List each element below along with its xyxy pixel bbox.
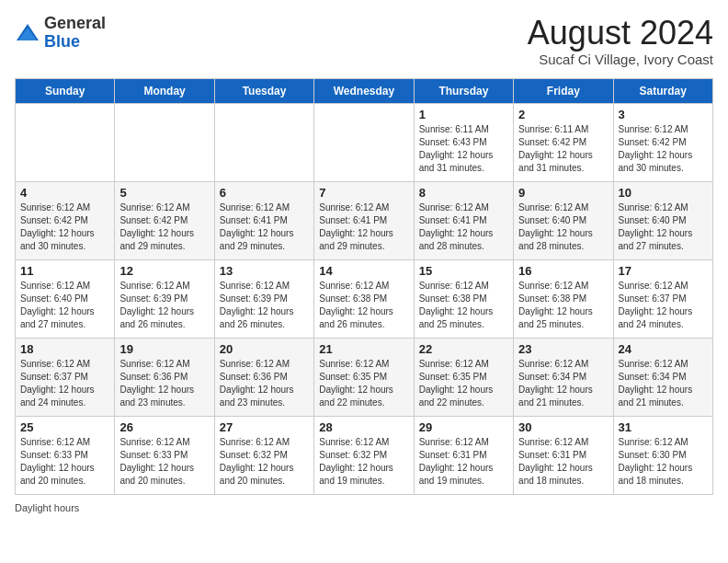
calendar-cell: 13Sunrise: 6:12 AM Sunset: 6:39 PM Dayli… <box>214 259 313 338</box>
calendar-cell: 18Sunrise: 6:12 AM Sunset: 6:37 PM Dayli… <box>16 338 115 416</box>
weekday-header-monday: Monday <box>115 78 214 103</box>
day-info: Sunrise: 6:12 AM Sunset: 6:40 PM Dayligh… <box>619 201 708 253</box>
day-number: 28 <box>319 420 408 434</box>
day-number: 14 <box>319 264 408 278</box>
day-info: Sunrise: 6:12 AM Sunset: 6:36 PM Dayligh… <box>119 358 209 409</box>
calendar-cell: 10Sunrise: 6:12 AM Sunset: 6:40 PM Dayli… <box>613 181 712 259</box>
day-info: Sunrise: 6:12 AM Sunset: 6:35 PM Dayligh… <box>319 358 408 409</box>
logo: General Blue <box>15 15 106 52</box>
day-number: 5 <box>119 186 209 200</box>
calendar-week-row: 18Sunrise: 6:12 AM Sunset: 6:37 PM Dayli… <box>16 338 713 416</box>
day-info: Sunrise: 6:12 AM Sunset: 6:39 PM Dayligh… <box>220 280 309 331</box>
day-info: Sunrise: 6:12 AM Sunset: 6:40 PM Dayligh… <box>20 280 109 331</box>
calendar-cell: 7Sunrise: 6:12 AM Sunset: 6:41 PM Daylig… <box>314 181 414 259</box>
month-year-title: August 2024 <box>528 15 713 52</box>
day-info: Sunrise: 6:11 AM Sunset: 6:42 PM Dayligh… <box>518 123 608 175</box>
day-info: Sunrise: 6:12 AM Sunset: 6:34 PM Dayligh… <box>619 358 708 409</box>
calendar-week-row: 25Sunrise: 6:12 AM Sunset: 6:33 PM Dayli… <box>16 416 713 494</box>
day-number: 3 <box>619 108 708 121</box>
day-info: Sunrise: 6:12 AM Sunset: 6:42 PM Dayligh… <box>119 201 209 253</box>
day-number: 25 <box>20 420 109 434</box>
title-block: August 2024 Sucaf Ci Village, Ivory Coas… <box>528 15 713 67</box>
day-info: Sunrise: 6:12 AM Sunset: 6:32 PM Dayligh… <box>319 436 408 488</box>
day-number: 30 <box>518 420 608 434</box>
day-number: 13 <box>220 264 309 278</box>
day-info: Sunrise: 6:12 AM Sunset: 6:42 PM Dayligh… <box>619 123 708 175</box>
calendar-cell: 19Sunrise: 6:12 AM Sunset: 6:36 PM Dayli… <box>115 338 214 416</box>
calendar-cell: 2Sunrise: 6:11 AM Sunset: 6:42 PM Daylig… <box>514 103 613 181</box>
day-number: 1 <box>419 108 508 121</box>
calendar-week-row: 1Sunrise: 6:11 AM Sunset: 6:43 PM Daylig… <box>16 103 713 181</box>
calendar-cell: 4Sunrise: 6:12 AM Sunset: 6:42 PM Daylig… <box>16 181 115 259</box>
day-info: Sunrise: 6:12 AM Sunset: 6:31 PM Dayligh… <box>518 436 608 488</box>
calendar-week-row: 11Sunrise: 6:12 AM Sunset: 6:40 PM Dayli… <box>16 259 713 338</box>
day-info: Sunrise: 6:12 AM Sunset: 6:30 PM Dayligh… <box>619 436 708 488</box>
day-info: Sunrise: 6:12 AM Sunset: 6:41 PM Dayligh… <box>419 201 508 253</box>
day-number: 19 <box>119 342 209 356</box>
day-info: Sunrise: 6:11 AM Sunset: 6:43 PM Dayligh… <box>419 123 508 175</box>
calendar-cell: 22Sunrise: 6:12 AM Sunset: 6:35 PM Dayli… <box>414 338 513 416</box>
day-info: Sunrise: 6:12 AM Sunset: 6:38 PM Dayligh… <box>319 280 408 331</box>
calendar-cell: 14Sunrise: 6:12 AM Sunset: 6:38 PM Dayli… <box>314 259 414 338</box>
day-info: Sunrise: 6:12 AM Sunset: 6:37 PM Dayligh… <box>20 358 109 409</box>
calendar-cell: 29Sunrise: 6:12 AM Sunset: 6:31 PM Dayli… <box>414 416 513 494</box>
day-number: 12 <box>119 264 209 278</box>
calendar-cell <box>314 103 414 181</box>
day-number: 17 <box>619 264 708 278</box>
calendar-cell: 23Sunrise: 6:12 AM Sunset: 6:34 PM Dayli… <box>514 338 613 416</box>
weekday-header-wednesday: Wednesday <box>314 78 414 103</box>
day-number: 31 <box>619 420 708 434</box>
day-number: 23 <box>518 342 608 356</box>
day-info: Sunrise: 6:12 AM Sunset: 6:32 PM Dayligh… <box>220 436 309 488</box>
page-header: General Blue August 2024 Sucaf Ci Villag… <box>15 15 713 67</box>
logo-icon <box>15 20 40 46</box>
location-subtitle: Sucaf Ci Village, Ivory Coast <box>528 52 713 67</box>
day-number: 29 <box>419 420 508 434</box>
calendar-cell <box>16 103 115 181</box>
day-info: Sunrise: 6:12 AM Sunset: 6:41 PM Dayligh… <box>220 201 309 253</box>
day-number: 4 <box>20 186 109 200</box>
day-info: Sunrise: 6:12 AM Sunset: 6:42 PM Dayligh… <box>20 201 109 253</box>
logo-general-text: General <box>44 14 106 32</box>
day-info: Sunrise: 6:12 AM Sunset: 6:40 PM Dayligh… <box>518 201 608 253</box>
day-info: Sunrise: 6:12 AM Sunset: 6:36 PM Dayligh… <box>220 358 309 409</box>
calendar-cell <box>214 103 313 181</box>
calendar-cell: 5Sunrise: 6:12 AM Sunset: 6:42 PM Daylig… <box>115 181 214 259</box>
day-info: Sunrise: 6:12 AM Sunset: 6:33 PM Dayligh… <box>119 436 209 488</box>
day-number: 8 <box>419 186 508 200</box>
weekday-header-friday: Friday <box>514 78 613 103</box>
calendar-cell: 17Sunrise: 6:12 AM Sunset: 6:37 PM Dayli… <box>613 259 712 338</box>
day-number: 15 <box>419 264 508 278</box>
calendar-cell: 9Sunrise: 6:12 AM Sunset: 6:40 PM Daylig… <box>514 181 613 259</box>
calendar-cell: 11Sunrise: 6:12 AM Sunset: 6:40 PM Dayli… <box>16 259 115 338</box>
day-number: 20 <box>220 342 309 356</box>
weekday-header-tuesday: Tuesday <box>214 78 313 103</box>
day-number: 9 <box>518 186 608 200</box>
calendar-cell: 25Sunrise: 6:12 AM Sunset: 6:33 PM Dayli… <box>16 416 115 494</box>
day-info: Sunrise: 6:12 AM Sunset: 6:31 PM Dayligh… <box>419 436 508 488</box>
day-number: 6 <box>220 186 309 200</box>
day-number: 16 <box>518 264 608 278</box>
calendar-cell: 16Sunrise: 6:12 AM Sunset: 6:38 PM Dayli… <box>514 259 613 338</box>
calendar-cell: 15Sunrise: 6:12 AM Sunset: 6:38 PM Dayli… <box>414 259 513 338</box>
day-number: 10 <box>619 186 708 200</box>
calendar-cell: 31Sunrise: 6:12 AM Sunset: 6:30 PM Dayli… <box>613 416 712 494</box>
day-number: 2 <box>518 108 608 121</box>
day-number: 7 <box>319 186 408 200</box>
day-number: 21 <box>319 342 408 356</box>
calendar-cell: 6Sunrise: 6:12 AM Sunset: 6:41 PM Daylig… <box>214 181 313 259</box>
calendar-table: SundayMondayTuesdayWednesdayThursdayFrid… <box>15 78 713 495</box>
day-number: 26 <box>119 420 209 434</box>
calendar-cell: 26Sunrise: 6:12 AM Sunset: 6:33 PM Dayli… <box>115 416 214 494</box>
calendar-cell: 8Sunrise: 6:12 AM Sunset: 6:41 PM Daylig… <box>414 181 513 259</box>
calendar-cell: 28Sunrise: 6:12 AM Sunset: 6:32 PM Dayli… <box>314 416 414 494</box>
day-number: 27 <box>220 420 309 434</box>
weekday-header-thursday: Thursday <box>414 78 513 103</box>
calendar-cell: 27Sunrise: 6:12 AM Sunset: 6:32 PM Dayli… <box>214 416 313 494</box>
calendar-cell <box>115 103 214 181</box>
calendar-cell: 12Sunrise: 6:12 AM Sunset: 6:39 PM Dayli… <box>115 259 214 338</box>
day-info: Sunrise: 6:12 AM Sunset: 6:37 PM Dayligh… <box>619 280 708 331</box>
calendar-cell: 1Sunrise: 6:11 AM Sunset: 6:43 PM Daylig… <box>414 103 513 181</box>
weekday-header-saturday: Saturday <box>613 78 712 103</box>
day-number: 18 <box>20 342 109 356</box>
